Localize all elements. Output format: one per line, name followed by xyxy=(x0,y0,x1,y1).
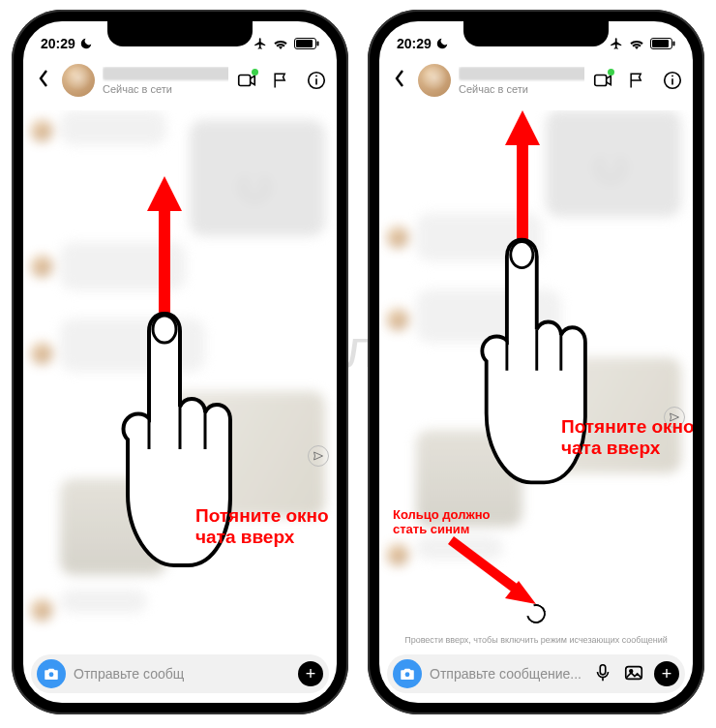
svg-rect-2 xyxy=(317,42,319,46)
phone-frame-right: 20:29 Сейчас в сети xyxy=(368,10,704,714)
svg-rect-11 xyxy=(652,40,669,47)
more-button[interactable]: + xyxy=(654,661,679,686)
svg-point-17 xyxy=(405,672,410,677)
flag-button[interactable] xyxy=(271,70,292,91)
airplane-icon xyxy=(610,37,623,50)
contact-name-blurred xyxy=(459,67,584,80)
notch xyxy=(107,21,253,46)
phone-frame-left: 20:29 Сейчас в сети xyxy=(12,10,348,714)
svg-rect-19 xyxy=(626,667,642,680)
contact-status: Сейчас в сети xyxy=(459,83,584,95)
wifi-icon xyxy=(273,38,288,49)
gallery-button[interactable] xyxy=(623,662,646,685)
contact-status: Сейчас в сети xyxy=(103,83,228,95)
flag-button[interactable] xyxy=(627,70,648,91)
contact-avatar[interactable] xyxy=(418,64,451,97)
moon-icon xyxy=(79,37,93,50)
airplane-icon xyxy=(254,37,267,50)
svg-point-7 xyxy=(49,672,54,677)
back-button[interactable] xyxy=(389,69,410,92)
message-input[interactable]: Отправьте сообщ xyxy=(74,666,290,682)
react-button[interactable] xyxy=(308,445,329,467)
svg-point-6 xyxy=(315,76,317,77)
video-call-button[interactable] xyxy=(592,70,613,91)
battery-icon xyxy=(294,38,319,49)
message-input[interactable]: Отправьте сообщение... xyxy=(430,666,584,682)
camera-button[interactable] xyxy=(37,659,66,688)
contact-avatar[interactable] xyxy=(62,64,95,97)
video-call-button[interactable] xyxy=(236,70,257,91)
message-composer: Отправьте сообщение... + xyxy=(387,654,685,693)
svg-point-16 xyxy=(671,76,673,77)
battery-icon xyxy=(650,38,675,49)
mic-button[interactable] xyxy=(592,662,615,685)
chat-header: Сейчас в сети xyxy=(379,60,693,105)
status-time: 20:29 xyxy=(397,36,432,51)
back-button[interactable] xyxy=(33,69,54,92)
info-button[interactable] xyxy=(306,70,327,91)
svg-rect-1 xyxy=(296,40,313,47)
chat-scroll-area[interactable] xyxy=(23,110,337,651)
svg-rect-12 xyxy=(673,42,675,46)
chat-scroll-area[interactable]: Провести вверх, чтобы включить режим исч… xyxy=(379,110,693,651)
camera-button[interactable] xyxy=(393,659,422,688)
wifi-icon xyxy=(629,38,644,49)
moon-icon xyxy=(435,37,449,50)
message-composer: Отправьте сообщ + xyxy=(31,654,329,693)
info-button[interactable] xyxy=(662,70,683,91)
react-button[interactable] xyxy=(664,407,685,428)
contact-name-blurred xyxy=(103,67,228,80)
svg-rect-3 xyxy=(239,76,251,86)
notch xyxy=(463,21,609,46)
status-time: 20:29 xyxy=(41,36,75,51)
vanish-mode-hint: Провести вверх, чтобы включить режим исч… xyxy=(385,635,687,645)
chat-header: Сейчас в сети xyxy=(23,60,337,105)
more-button[interactable]: + xyxy=(298,661,323,686)
svg-rect-13 xyxy=(595,76,607,86)
svg-rect-18 xyxy=(600,665,606,675)
